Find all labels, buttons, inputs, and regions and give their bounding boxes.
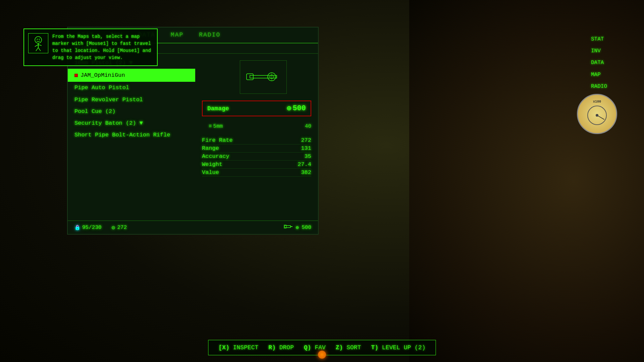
svg-line-7 (35, 45, 38, 47)
weapon-list: 10mm Pistol (2) ▼ JAM_OpMiniGun Pipe Aut… (68, 54, 195, 223)
vault-boy-icon (28, 33, 48, 53)
action-sort[interactable]: Z) SORT (336, 344, 361, 351)
tab-map[interactable]: MAP (168, 30, 186, 40)
right-nav-radio: RADIO (591, 81, 607, 93)
weight-icon (74, 225, 80, 231)
svg-point-5 (39, 39, 40, 40)
weapon-item-pipe-revolver[interactable]: Pipe Revolver Pistol (68, 94, 195, 106)
right-nav-data: DATA (591, 57, 607, 69)
ammo-indicator: ⊕ 500 (284, 224, 311, 231)
tooltip-text: From the Maps tab, select a map marker w… (52, 33, 153, 61)
stats-panel: Damage ⊕ 500 ≡ 5mm 40 (195, 54, 318, 223)
right-nav-inv: INV (591, 45, 607, 57)
stat-accuracy: Accuracy 35 (202, 153, 311, 161)
help-tooltip: From the Maps tab, select a map marker w… (23, 28, 158, 66)
ammo-icon: ≡ (209, 123, 212, 129)
weapon-item-pool-cue[interactable]: Pool Cue (2) (68, 106, 195, 117)
weapon-image (240, 60, 287, 94)
ammo-stat: ≡ 5mm 40 (202, 123, 311, 130)
damage-box: Damage ⊕ 500 (202, 101, 311, 116)
caps-indicator: ⊙ 272 (112, 224, 127, 231)
stat-range: Range 131 (202, 144, 311, 153)
stat-value: Value 382 (202, 169, 311, 177)
damage-label: Damage (207, 105, 229, 112)
weapon-item-minigun[interactable]: JAM_OpMiniGun (68, 69, 195, 82)
weapon-item-short-pipe[interactable]: Short Pipe Bolt-Action Rifle (68, 129, 195, 141)
right-nav-labels: STAT INV DATA MAP RADIO (591, 34, 607, 93)
weight-indicator: 95/230 (74, 225, 102, 231)
svg-rect-17 (284, 226, 290, 228)
action-inspect[interactable]: [X) INSPECT (219, 344, 259, 351)
equipped-marker (74, 74, 78, 77)
svg-line-10 (38, 48, 41, 51)
status-bar: 95/230 ⊙ 272 ⊕ 500 (68, 221, 318, 234)
action-drop[interactable]: R) DROP (268, 344, 294, 351)
right-nav-stat: STAT (591, 34, 607, 45)
ammo-count: 40 (305, 123, 311, 129)
ammo-status-value: 500 (302, 225, 311, 231)
damage-prefix: ⊕ (287, 104, 291, 113)
action-fav[interactable]: Q) FAV (304, 344, 326, 351)
main-content: 10mm Pistol (2) ▼ JAM_OpMiniGun Pipe Aut… (68, 54, 318, 223)
power-indicator (318, 351, 326, 359)
svg-line-9 (36, 48, 38, 51)
svg-point-2 (596, 114, 598, 117)
stat-fire-rate: Fire Rate 272 (202, 136, 311, 144)
weapon-item-security-baton[interactable]: Security Baton (2) ▼ (68, 117, 195, 129)
pipboy-body (409, 0, 644, 362)
ammo-type: 5mm (213, 123, 223, 129)
stat-weight: Weight 27.4 (202, 161, 311, 169)
damage-value: ⊕ 500 (287, 104, 306, 113)
action-levelup[interactable]: T) LEVEL UP (2) (371, 344, 425, 351)
weapon-item-pipe-auto[interactable]: Pipe Auto Pistol (68, 82, 195, 94)
svg-point-3 (35, 37, 42, 43)
damage-number: 500 (292, 104, 306, 113)
svg-point-4 (37, 39, 38, 40)
gauge-label: x100 (585, 100, 609, 104)
weight-value: 95/230 (82, 225, 102, 231)
stats-rows: Fire Rate 272 Range 131 Accuracy 35 Weig… (202, 136, 311, 177)
svg-line-8 (38, 45, 42, 46)
ammo-gauge: x100 (577, 94, 617, 134)
caps-icon: ⊙ (112, 224, 115, 231)
ammo-prefix: ⊕ (296, 224, 299, 231)
ammo-gun-icon (284, 224, 293, 231)
right-nav-map: MAP (591, 69, 607, 81)
caps-value: 272 (117, 225, 127, 231)
tab-radio[interactable]: RADIO (196, 30, 223, 40)
